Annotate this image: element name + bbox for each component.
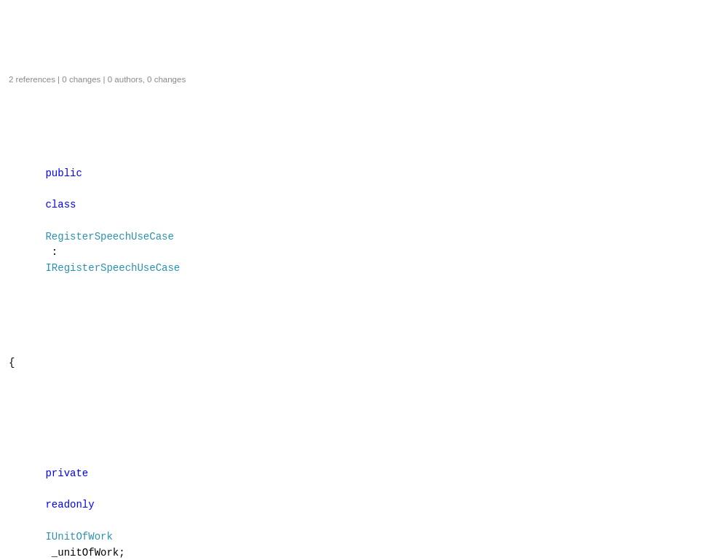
field-unit-of-work-line: private readonly IUnitOfWork _unitOfWork… (0, 435, 728, 560)
class-name: RegisterSpeechUseCase (45, 231, 173, 242)
kw-class: class (45, 199, 76, 210)
kw-readonly-1: readonly (45, 499, 94, 510)
meta-references-top: 2 references | 0 changes | 0 authors, 0 … (0, 69, 728, 87)
kw-public: public (45, 167, 82, 179)
type-unit-of-work: IUnitOfWork (45, 531, 112, 543)
open-brace-class: { (0, 355, 728, 371)
interface-name: IRegisterSpeechUseCase (45, 262, 180, 274)
code-editor: 2 references | 0 changes | 0 authors, 0 … (0, 0, 728, 560)
kw-private-1: private (45, 468, 88, 479)
class-declaration-line: public class RegisterSpeechUseCase : IRe… (0, 150, 728, 292)
